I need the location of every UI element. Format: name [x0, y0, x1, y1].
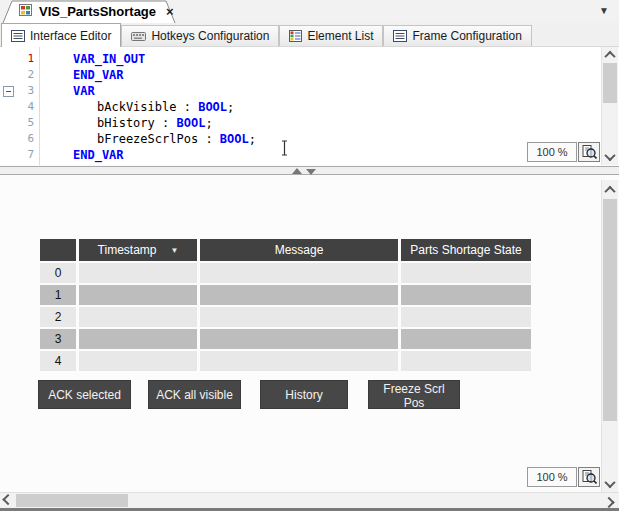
editor-zoom-level[interactable]: 100 %	[527, 142, 577, 162]
close-icon[interactable]: ×	[166, 4, 174, 19]
punctuation: :	[176, 100, 198, 114]
sort-desc-icon: ▼	[170, 246, 178, 255]
pane-splitter[interactable]	[0, 165, 619, 178]
column-header-label: Timestamp	[98, 243, 157, 257]
message-cell[interactable]	[200, 351, 398, 371]
freeze-scrl-pos-button[interactable]: Freeze Scrl Pos	[368, 380, 460, 409]
visualization-canvas[interactable]: Timestamp ▼ Message Parts Shortage State…	[0, 178, 619, 492]
row-index-cell[interactable]: 1	[40, 285, 76, 305]
row-index-cell[interactable]: 4	[40, 351, 76, 371]
keyword: VAR	[73, 84, 95, 98]
editor-vscrollbar[interactable]	[601, 47, 618, 165]
keyboard-icon	[131, 31, 146, 42]
chevron-up-icon	[604, 50, 615, 61]
message-cell[interactable]	[200, 307, 398, 327]
scroll-left-button[interactable]	[0, 493, 16, 509]
line-number: 6	[0, 131, 40, 147]
scroll-thumb[interactable]	[603, 199, 617, 421]
scroll-up-button[interactable]	[602, 182, 618, 197]
tab-frame-configuration[interactable]: Frame Configuration	[383, 25, 531, 46]
code-line[interactable]: 2 END_VAR	[0, 67, 599, 83]
alarm-table[interactable]: Timestamp ▼ Message Parts Shortage State…	[40, 239, 531, 371]
code-line[interactable]: 7 END_VAR	[0, 147, 599, 163]
chevron-down-icon	[604, 476, 615, 487]
timestamp-cell[interactable]	[79, 329, 197, 349]
variable-name: bAckVisible	[97, 100, 176, 114]
code-line[interactable]: 1 VAR_IN_OUT	[0, 51, 599, 67]
scroll-down-button[interactable]	[602, 476, 618, 491]
message-cell[interactable]	[200, 263, 398, 283]
scroll-right-button[interactable]	[601, 493, 617, 509]
fold-collapse-icon[interactable]	[3, 86, 14, 97]
tab-list-dropdown-button[interactable]: ▼	[597, 4, 611, 18]
scroll-up-button[interactable]	[602, 47, 618, 62]
line-number: 5	[0, 115, 40, 131]
tab-element-list[interactable]: Element List	[279, 25, 383, 46]
state-cell[interactable]	[401, 263, 531, 283]
viz-zoom-level[interactable]: 100 %	[527, 467, 577, 487]
tab-label: Hotkeys Configuration	[151, 29, 269, 43]
document-tab-bar: VIS_PartsShortage × ▼	[0, 0, 619, 24]
type-keyword: BOOL	[198, 100, 227, 114]
document-tab-vis-partsshortage[interactable]: VIS_PartsShortage ×	[2, 0, 178, 23]
viz-zoom-button[interactable]	[578, 467, 600, 487]
editor-mode-tab-bar: Interface Editor Hotkeys Configuration E…	[0, 23, 619, 47]
variable-name: bHistory	[97, 116, 155, 130]
scroll-down-button[interactable]	[602, 149, 618, 164]
ack-all-visible-button[interactable]: ACK all visible	[148, 380, 241, 409]
tab-label: Interface Editor	[30, 29, 111, 43]
column-header-message[interactable]: Message	[200, 239, 398, 261]
punctuation: :	[155, 116, 177, 130]
splitter-collapse-down-icon[interactable]	[306, 169, 316, 175]
codesys-visualization-editor-window: VIS_PartsShortage × ▼ Interface Editor H…	[0, 0, 619, 511]
state-cell[interactable]	[401, 285, 531, 305]
row-index-cell[interactable]: 0	[40, 263, 76, 283]
ack-selected-button[interactable]: ACK selected	[38, 380, 131, 409]
state-cell[interactable]	[401, 329, 531, 349]
text-cursor-icon	[280, 140, 289, 156]
punctuation: ;	[227, 100, 234, 114]
tab-label: Frame Configuration	[412, 29, 521, 43]
timestamp-cell[interactable]	[79, 351, 197, 371]
line-number: 4	[0, 99, 40, 115]
state-cell[interactable]	[401, 307, 531, 327]
column-header-timestamp[interactable]: Timestamp ▼	[79, 239, 197, 261]
line-number: 2	[0, 67, 40, 83]
magnifier-document-icon	[581, 469, 597, 485]
chevron-right-icon	[603, 497, 614, 508]
history-button[interactable]: History	[260, 380, 348, 409]
code-text-area[interactable]: 1 VAR_IN_OUT 2 END_VAR 3 VAR 4 bAckVisib…	[0, 51, 599, 163]
splitter-collapse-up-icon[interactable]	[292, 168, 302, 174]
viz-hscrollbar[interactable]	[0, 492, 619, 508]
timestamp-cell[interactable]	[79, 285, 197, 305]
scroll-thumb[interactable]	[16, 494, 128, 507]
message-cell[interactable]	[200, 285, 398, 305]
document-tab-title: VIS_PartsShortage	[39, 4, 156, 19]
editor-zoom-button[interactable]	[578, 142, 600, 162]
state-cell[interactable]	[401, 351, 531, 371]
line-number: 1	[0, 51, 40, 67]
row-index-cell[interactable]: 2	[40, 307, 76, 327]
timestamp-cell[interactable]	[79, 263, 197, 283]
tab-label: Element List	[307, 29, 373, 43]
tab-hotkeys-configuration[interactable]: Hotkeys Configuration	[121, 25, 279, 46]
chevron-down-icon	[604, 149, 615, 160]
tab-interface-editor[interactable]: Interface Editor	[1, 23, 121, 47]
code-line[interactable]: 3 VAR	[0, 83, 599, 99]
line-number: 7	[0, 147, 40, 163]
form-grid-icon	[393, 30, 407, 42]
type-keyword: BOOL	[176, 116, 205, 130]
scroll-thumb[interactable]	[603, 63, 617, 103]
variable-name: bFreezeScrlPos	[97, 132, 198, 146]
code-line[interactable]: 5 bHistory : BOOL;	[0, 115, 599, 131]
column-header-state[interactable]: Parts Shortage State	[401, 239, 531, 261]
timestamp-cell[interactable]	[79, 307, 197, 327]
viz-zoom-control: 100 %	[526, 466, 601, 488]
row-index-cell[interactable]: 3	[40, 329, 76, 349]
message-cell[interactable]	[200, 329, 398, 349]
code-line[interactable]: 4 bAckVisible : BOOL;	[0, 99, 599, 115]
interface-declaration-editor[interactable]: 1 VAR_IN_OUT 2 END_VAR 3 VAR 4 bAckVisib…	[0, 47, 619, 165]
code-line[interactable]: 6 bFreezeScrlPos : BOOL;	[0, 131, 599, 147]
viz-vscrollbar[interactable]	[601, 180, 618, 492]
column-header-index[interactable]	[40, 239, 76, 261]
